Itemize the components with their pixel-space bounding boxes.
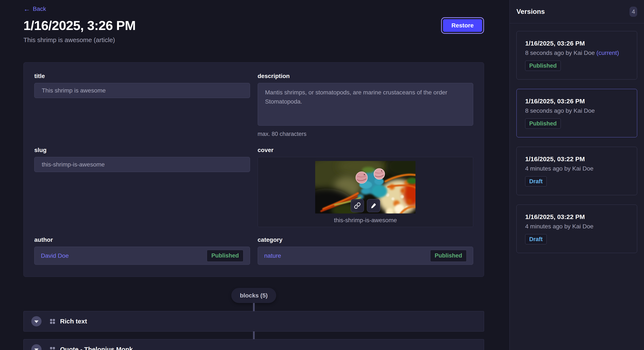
copy-link-button[interactable] <box>351 199 364 212</box>
versions-count-badge: 4 <box>630 6 637 17</box>
pencil-icon <box>370 202 377 209</box>
version-date: 1/16/2025, 03:22 PM <box>525 213 628 220</box>
chevron-down-icon <box>34 349 38 350</box>
title-input[interactable] <box>34 83 250 98</box>
version-meta: 8 seconds ago by Kai Doe (current) <box>525 49 628 56</box>
back-arrow-icon: ← <box>24 5 30 12</box>
block-row-rich-text[interactable]: Rich text <box>24 311 484 332</box>
block-row-quote[interactable]: Quote - Thelonius Monk <box>24 339 484 350</box>
block-connector <box>253 303 255 311</box>
description-textarea[interactable]: Mantis shrimps, or stomatopods, are mari… <box>258 83 474 126</box>
versions-sidebar: Versions 4 1/16/2025, 03:26 PM 8 seconds… <box>510 0 644 350</box>
cover-caption: this-shrimp-is-awesome <box>334 217 397 224</box>
header-row: 1/16/2025, 3:26 PM Restore <box>24 18 484 33</box>
block-label: Rich text <box>60 318 87 325</box>
version-meta: 4 minutes ago by Kai Doe <box>525 223 628 230</box>
page-title: 1/16/2025, 3:26 PM <box>24 18 136 33</box>
category-link[interactable]: nature <box>264 252 281 259</box>
grid-icon <box>50 319 55 324</box>
version-status-badge: Published <box>525 61 561 71</box>
field-author: author David Doe Published <box>34 236 250 265</box>
restore-button[interactable]: Restore <box>443 19 482 32</box>
slug-input[interactable] <box>34 157 250 172</box>
field-description: description Mantis shrimps, or stomatopo… <box>258 73 474 137</box>
cover-box: this-shrimp-is-awesome <box>258 157 474 227</box>
version-meta: 4 minutes ago by Kai Doe <box>525 165 628 172</box>
category-relation-box: nature Published <box>258 247 474 265</box>
field-category: category nature Published <box>258 236 474 265</box>
author-link[interactable]: David Doe <box>41 252 69 259</box>
versions-header: Versions 4 <box>510 0 644 23</box>
description-hint: max. 80 characters <box>258 131 474 137</box>
edit-image-button[interactable] <box>367 199 380 212</box>
version-card[interactable]: 1/16/2025, 03:26 PM 8 seconds ago by Kai… <box>516 31 637 80</box>
collapse-toggle-button[interactable] <box>31 316 42 326</box>
back-row: ← Back <box>24 0 484 12</box>
version-meta-text: 8 seconds ago by Kai Doe <box>525 49 596 56</box>
version-status-badge: Draft <box>525 234 547 244</box>
block-label: Quote - Thelonius Monk <box>60 346 133 350</box>
version-status-badge: Published <box>525 118 561 129</box>
author-status-badge: Published <box>207 250 243 262</box>
cover-media <box>315 161 416 213</box>
blocks-count-pill: blocks (5) <box>231 288 276 303</box>
author-relation-box: David Doe Published <box>34 247 250 265</box>
version-card[interactable]: 1/16/2025, 03:22 PM 4 minutes ago by Kai… <box>516 204 637 253</box>
version-date: 1/16/2025, 03:22 PM <box>525 156 628 163</box>
collapse-toggle-button[interactable] <box>31 344 42 350</box>
blocks-section: blocks (5) Rich text Quote - Thelonius M… <box>24 288 484 350</box>
page-subtitle: This shrimp is awesome (article) <box>24 36 484 44</box>
current-label: (current) <box>596 49 619 56</box>
version-meta: 8 seconds ago by Kai Doe <box>525 107 628 114</box>
cover-label: cover <box>258 147 474 154</box>
title-label: title <box>34 73 250 80</box>
author-label: author <box>34 236 250 243</box>
version-form-card: title description Mantis shrimps, or sto… <box>24 62 484 277</box>
version-status-badge: Draft <box>525 176 547 186</box>
slug-label: slug <box>34 147 250 154</box>
version-date: 1/16/2025, 03:26 PM <box>525 40 628 47</box>
version-card[interactable]: 1/16/2025, 03:22 PM 4 minutes ago by Kai… <box>516 147 637 195</box>
chevron-down-icon <box>34 321 38 323</box>
block-connector <box>253 332 255 339</box>
version-date: 1/16/2025, 03:26 PM <box>525 98 628 105</box>
version-list: 1/16/2025, 03:26 PM 8 seconds ago by Kai… <box>510 23 644 253</box>
field-cover: cover <box>258 147 474 227</box>
back-label: Back <box>33 5 46 12</box>
description-label: description <box>258 73 474 80</box>
cover-actions <box>351 199 380 212</box>
field-slug: slug <box>34 147 250 227</box>
grid-icon <box>50 347 55 350</box>
versions-title: Versions <box>516 8 545 15</box>
link-icon <box>354 202 361 209</box>
version-card-selected[interactable]: 1/16/2025, 03:26 PM 8 seconds ago by Kai… <box>516 89 637 137</box>
category-label: category <box>258 236 474 243</box>
back-link[interactable]: ← Back <box>24 5 46 12</box>
category-status-badge: Published <box>430 250 466 262</box>
field-title: title <box>34 73 250 137</box>
main-content: ← Back 1/16/2025, 3:26 PM Restore This s… <box>0 0 510 350</box>
